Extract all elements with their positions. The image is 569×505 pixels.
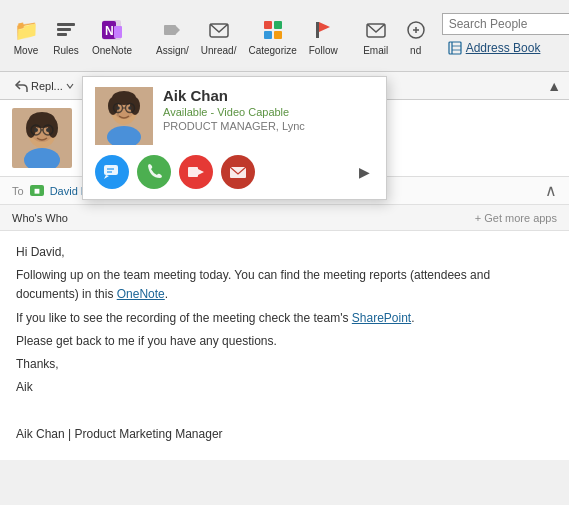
svg-text:|: |	[117, 107, 119, 116]
popup-status: Available - Video Capable	[163, 106, 374, 118]
body-dot2: .	[411, 311, 414, 325]
move-icon: 📁	[12, 16, 40, 44]
assign-icon	[158, 16, 186, 44]
move-label: Move	[14, 45, 38, 56]
contact-popup: | Aik Chan Available - Video Capable PRO…	[82, 76, 387, 200]
assign-button[interactable]: Assign/	[152, 12, 193, 60]
whos-who-bar: Who's Who + Get more apps	[0, 205, 569, 231]
whos-who-label: Who's Who	[12, 212, 68, 224]
nd-icon	[402, 16, 430, 44]
body-line7: Aik	[16, 378, 553, 397]
svg-rect-1	[57, 28, 71, 31]
svg-rect-6	[114, 26, 122, 38]
nd-button[interactable]: nd	[398, 12, 434, 60]
popup-chat-button[interactable]	[95, 155, 129, 189]
body-dot1: .	[165, 287, 168, 301]
to-expand-button[interactable]: ∧	[545, 181, 557, 200]
move-button[interactable]: 📁 Move	[8, 12, 44, 60]
svg-point-46	[128, 106, 132, 110]
address-book-button[interactable]: Address Book	[442, 37, 569, 59]
svg-text:N: N	[105, 24, 114, 38]
follow-button[interactable]: Follow	[305, 12, 342, 60]
onenote-label: OneNote	[92, 45, 132, 56]
svg-rect-7	[164, 25, 176, 35]
email-group-button[interactable]: Email	[358, 12, 394, 60]
onenote-link[interactable]: OneNote	[117, 287, 165, 301]
toolbar: 📁 Move Rules N OneNot	[0, 0, 569, 72]
popup-title: PRODUCT MANAGER, Lync	[163, 120, 374, 132]
rules-icon	[52, 16, 80, 44]
popup-contact-name: Aik Chan	[163, 87, 374, 104]
unread-button[interactable]: Unread/	[197, 12, 241, 60]
svg-rect-14	[316, 22, 319, 38]
svg-rect-53	[188, 167, 198, 177]
sharepoint-link[interactable]: SharePoint	[352, 311, 411, 325]
svg-marker-50	[104, 175, 109, 179]
phone-icon	[145, 163, 163, 181]
body-line4: If you like to see the recording of the …	[16, 309, 553, 328]
rules-label: Rules	[53, 45, 79, 56]
popup-info: Aik Chan Available - Video Capable PRODU…	[163, 87, 374, 132]
email-group-label: Email	[363, 45, 388, 56]
onenote-icon: N	[98, 16, 126, 44]
body-line8	[16, 401, 553, 420]
popup-avatar: |	[95, 87, 153, 145]
follow-icon	[309, 16, 337, 44]
popup-actions: ▶	[95, 155, 374, 189]
popup-header: | Aik Chan Available - Video Capable PRO…	[95, 87, 374, 145]
toolbar-email-group: Email nd	[358, 12, 434, 60]
svg-rect-13	[274, 31, 282, 39]
body-line6: Thanks,	[16, 355, 553, 374]
categories-label: Categorize	[248, 45, 296, 56]
search-input[interactable]	[442, 13, 569, 35]
svg-rect-12	[264, 31, 272, 39]
follow-label: Follow	[309, 45, 338, 56]
email-body: Hi David, Following up on the team meeti…	[0, 231, 569, 460]
chat-icon	[103, 163, 121, 181]
body-signature: Aik Chan | Product Marketing Manager	[16, 425, 553, 444]
video-icon	[187, 163, 205, 181]
reply-button[interactable]: Repl...	[8, 77, 80, 95]
unread-icon	[205, 16, 233, 44]
body-text2: Following up on the team meeting today. …	[16, 268, 490, 301]
email-icon	[229, 163, 247, 181]
popup-email-button[interactable]	[221, 155, 255, 189]
email-group-icon	[362, 16, 390, 44]
toolbar-move-group: 📁 Move Rules N OneNot	[8, 12, 136, 60]
address-book-label: Address Book	[466, 41, 541, 55]
svg-rect-10	[264, 21, 272, 29]
svg-marker-8	[176, 26, 180, 34]
body-line5: Please get back to me if you have any qu…	[16, 332, 553, 351]
svg-rect-0	[57, 23, 75, 26]
body-text4: If you like to see the recording of the …	[16, 311, 352, 325]
svg-point-34	[46, 128, 50, 132]
svg-rect-20	[449, 42, 461, 54]
get-more-apps: + Get more apps	[475, 212, 557, 224]
unread-label: Unread/	[201, 45, 237, 56]
onenote-button[interactable]: N OneNote	[88, 12, 136, 60]
recipient-badge: ■	[30, 185, 44, 196]
nd-label: nd	[410, 45, 421, 56]
to-label: To	[12, 185, 24, 197]
svg-rect-2	[57, 33, 67, 36]
body-line1: Hi David,	[16, 243, 553, 262]
reply-label: Repl...	[31, 80, 63, 92]
popup-more-dropdown[interactable]: ▶	[355, 160, 374, 184]
body-line2: Following up on the team meeting today. …	[16, 266, 553, 304]
popup-phone-button[interactable]	[137, 155, 171, 189]
reply-icon	[14, 79, 28, 93]
reply-dropdown-icon	[66, 82, 74, 90]
svg-marker-54	[198, 169, 204, 175]
sender-avatar	[12, 108, 72, 168]
assign-label: Assign/	[156, 45, 189, 56]
rules-button[interactable]: Rules	[48, 12, 84, 60]
svg-rect-11	[274, 21, 282, 29]
search-area: Address Book	[442, 13, 569, 59]
toolbar-expand-button[interactable]: ▲	[547, 78, 561, 94]
address-book-icon	[448, 41, 462, 55]
categories-button[interactable]: Categorize	[244, 12, 300, 60]
popup-video-button[interactable]	[179, 155, 213, 189]
svg-marker-15	[319, 22, 330, 32]
svg-rect-49	[104, 165, 118, 175]
toolbar-tag-group: Assign/ Unread/ Categorize	[152, 12, 342, 60]
